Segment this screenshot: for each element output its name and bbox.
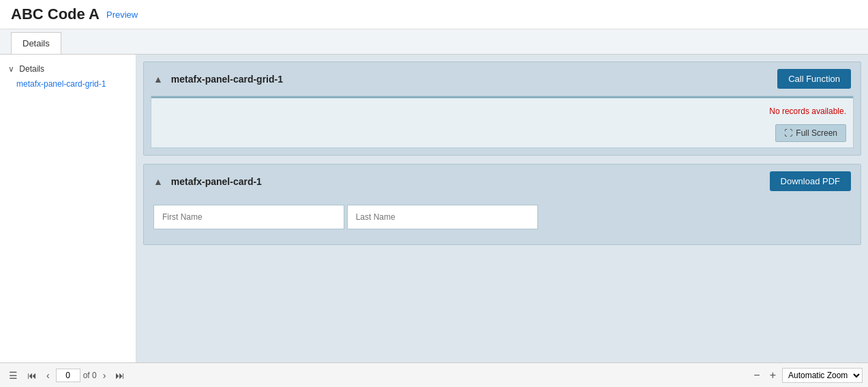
page-number-input[interactable] [56, 369, 80, 382]
fullscreen-button[interactable]: ⛶ Full Screen [775, 124, 846, 142]
zoom-select[interactable]: Automatic Zoom 50% 75% 100% 125% 150% 20… [782, 368, 863, 383]
no-records-text: No records available. [151, 101, 853, 121]
zoom-out-button[interactable]: − [750, 368, 763, 383]
sidebar-section-details[interactable]: ∨ Details [0, 61, 136, 76]
content-area: ▲ metafx-panel-card-grid-1 Call Function… [136, 55, 868, 387]
menu-button[interactable]: ☰ [5, 367, 21, 384]
last-name-input[interactable] [347, 205, 538, 229]
panel-card-form-1: ▲ metafx-panel-card-1 Download PDF [143, 164, 861, 245]
panel-header-grid-1: ▲ metafx-panel-card-grid-1 Call Function [144, 62, 860, 96]
download-pdf-button[interactable]: Download PDF [770, 171, 851, 191]
tab-bar: Details [0, 29, 868, 55]
panel-header-form-1: ▲ metafx-panel-card-1 Download PDF [144, 164, 860, 198]
sidebar-section-label: Details [19, 64, 44, 74]
top-header: ABC Code A Preview [0, 0, 868, 29]
call-function-button[interactable]: Call Function [777, 69, 851, 89]
panel-body-form-1 [144, 198, 860, 244]
fullscreen-icon: ⛶ [784, 128, 792, 138]
next-page-button[interactable]: › [100, 367, 110, 384]
collapse-icon-form-1[interactable]: ▲ [153, 176, 163, 187]
main-layout: ∨ Details metafx-panel-card-grid-1 ▲ met… [0, 55, 868, 387]
panel-card-grid-1: ▲ metafx-panel-card-grid-1 Call Function… [143, 61, 861, 156]
panel-title-grid-1: metafx-panel-card-grid-1 [171, 74, 769, 85]
sidebar-toggle-icon: ∨ [8, 64, 14, 74]
prev-page-button[interactable]: ‹ [43, 367, 53, 384]
panel-body-grid-1: No records available. ⛶ Full Screen [151, 96, 854, 148]
panel-title-form-1: metafx-panel-card-1 [171, 176, 762, 187]
page-of-text: of 0 [83, 371, 97, 380]
tab-details[interactable]: Details [11, 32, 61, 54]
bottom-toolbar: ☰ ⏮ ‹ of 0 › ⏭ − + Automatic Zoom 50% 75… [0, 362, 868, 387]
page-title: ABC Code A [11, 5, 100, 23]
collapse-icon-grid-1[interactable]: ▲ [153, 74, 163, 85]
zoom-in-button[interactable]: + [766, 368, 779, 383]
first-name-input[interactable] [153, 205, 344, 229]
first-page-button[interactable]: ⏮ [24, 367, 40, 384]
fullscreen-btn-container: ⛶ Full Screen [151, 121, 853, 147]
grid-divider [151, 96, 853, 98]
sidebar-item-grid-1[interactable]: metafx-panel-card-grid-1 [0, 76, 136, 91]
sidebar: ∨ Details metafx-panel-card-grid-1 [0, 55, 136, 387]
preview-badge: Preview [106, 10, 138, 20]
last-page-button[interactable]: ⏭ [112, 367, 128, 384]
fullscreen-label: Full Screen [796, 128, 837, 138]
